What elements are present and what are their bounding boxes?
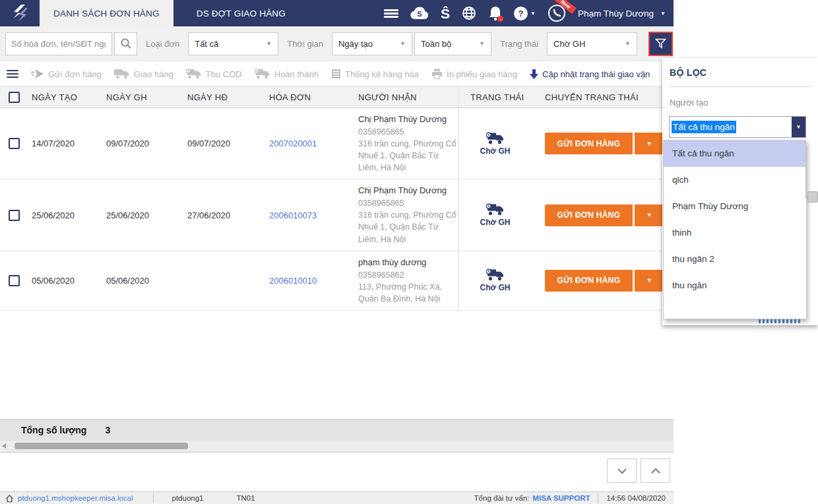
invoice-number-link[interactable]: 2006010010 bbox=[269, 276, 317, 286]
header-invoice-date[interactable]: NGÀY HĐ bbox=[182, 92, 264, 102]
dropdown-border-fragment bbox=[805, 140, 806, 199]
cloud-sync-icon[interactable]: S bbox=[410, 3, 429, 23]
send-order-dropdown-button[interactable]: ▼ bbox=[635, 133, 664, 154]
support-link[interactable]: MISA SUPPORT bbox=[532, 494, 590, 502]
dropdown-option[interactable]: thu ngân 2 bbox=[664, 246, 806, 272]
receiver-phone: 0358965865 bbox=[358, 197, 458, 209]
dropdown-option[interactable]: thinh bbox=[664, 220, 806, 246]
toolbar-menu-icon[interactable] bbox=[7, 68, 18, 80]
scroll-down-button[interactable] bbox=[607, 458, 637, 483]
send-order-dropdown-button[interactable]: ▼ bbox=[635, 270, 664, 292]
status-select[interactable]: Chờ GH ▼ bbox=[547, 32, 637, 55]
notification-bell-icon[interactable] bbox=[488, 3, 503, 23]
eshop-icon[interactable]: Ŝ bbox=[441, 3, 450, 23]
status-badge: Chờ GH bbox=[480, 146, 511, 156]
search-button[interactable] bbox=[114, 32, 137, 55]
list-table-icon bbox=[331, 69, 341, 79]
print-delivery-slip-button[interactable]: In phiếu giao hàng bbox=[431, 69, 517, 79]
print-delivery-slip-label: In phiếu giao hàng bbox=[447, 69, 517, 79]
table-row[interactable]: 25/06/2020 25/06/2020 27/06/2020 2006010… bbox=[0, 179, 674, 251]
collect-cod-button[interactable]: $ Thu COD bbox=[186, 69, 242, 79]
footer-divider bbox=[153, 493, 154, 503]
scroll-up-button[interactable] bbox=[641, 458, 670, 483]
search-input[interactable] bbox=[5, 32, 112, 55]
combobox-dropdown-button[interactable]: ▼ bbox=[792, 117, 805, 137]
panel-divider bbox=[669, 86, 811, 87]
send-order-row-button[interactable]: GỬI ĐƠN HÀNG bbox=[545, 270, 633, 292]
footer-username: ptduong1 bbox=[172, 494, 204, 502]
product-stats-button[interactable]: Thống kê hàng hóa bbox=[331, 69, 419, 79]
action-cell: GỬI ĐƠN HÀNG ▼ bbox=[532, 133, 674, 154]
header-delivery-date[interactable]: NGÀY GH bbox=[101, 92, 182, 102]
header-status[interactable]: TRẠNG THÁI bbox=[458, 86, 532, 108]
dropdown-option[interactable]: qlch bbox=[664, 167, 806, 193]
table-row[interactable]: 14/07/2020 09/07/2020 09/07/2020 2007020… bbox=[0, 108, 674, 179]
chevron-down-icon bbox=[615, 465, 629, 477]
help-menu[interactable]: ? ▼ bbox=[514, 3, 536, 23]
tab-ds-dot-giao-hang[interactable]: DS ĐỢT GIAO HÀNG bbox=[183, 0, 299, 26]
row-checkbox[interactable] bbox=[9, 138, 20, 149]
dropdown-option[interactable]: Phạm Thùy Dương bbox=[664, 193, 806, 220]
dropdown-scrollbar-thumb[interactable] bbox=[807, 191, 818, 203]
header-transition[interactable]: CHUYỂN TRẠNG THÁI bbox=[532, 92, 674, 102]
horizontal-scrollbar[interactable] bbox=[0, 441, 674, 451]
truck-waiting-icon bbox=[486, 132, 505, 144]
deliver-label: Giao hàng bbox=[134, 69, 173, 79]
time-range-select[interactable]: Toàn bộ ▼ bbox=[414, 32, 491, 55]
send-order-row-button[interactable]: GỬI ĐƠN HÀNG bbox=[545, 205, 633, 226]
notification-dot bbox=[497, 16, 503, 22]
total-count-label: Tổng số lượng bbox=[21, 425, 86, 435]
globe-icon[interactable] bbox=[461, 3, 477, 23]
invoice-date: 09/07/2020 bbox=[182, 139, 264, 148]
select-all-checkbox[interactable] bbox=[9, 92, 20, 103]
send-order-row-button[interactable]: GỬI ĐƠN HÀNG bbox=[545, 133, 633, 154]
chevron-down-icon: ▼ bbox=[266, 40, 272, 47]
scroll-left-arrow-icon[interactable] bbox=[2, 443, 6, 449]
header-receiver[interactable]: NGƯỜI NHẬN bbox=[353, 92, 458, 102]
action-toolbar: Gửi đơn hàng Giao hàng $ Thu COD bbox=[0, 62, 674, 86]
invoice-number-link[interactable]: 2006010073 bbox=[269, 210, 317, 220]
delivery-date: 05/06/2020 bbox=[101, 276, 182, 286]
receiver-info: Chị Phạm Thùy Dương 0358965865 316 trần … bbox=[353, 179, 458, 250]
update-shipping-status-button[interactable]: Cập nhật trạng thái giao vận bbox=[530, 69, 650, 79]
truck-check-icon bbox=[255, 69, 270, 79]
footer-counter-code: TN01 bbox=[237, 494, 255, 502]
action-cell: GỬI ĐƠN HÀNG ▼ bbox=[532, 205, 674, 226]
support-phone-icon[interactable]: New bbox=[547, 3, 567, 23]
chevron-down-icon: ▼ bbox=[400, 40, 406, 47]
creator-combobox[interactable]: Tất cả thu ngân ▼ bbox=[669, 116, 806, 138]
send-order-button[interactable]: Gửi đơn hàng bbox=[31, 69, 102, 79]
top-navigation-bar: DANH SÁCH ĐƠN HÀNG DS ĐỢT GIAO HÀNG S Ŝ bbox=[0, 0, 674, 26]
site-url-link[interactable]: ptduong1.mshopkeeper.misa.local bbox=[18, 494, 133, 502]
order-type-select[interactable]: Tất cả ▼ bbox=[188, 32, 278, 55]
support-label: Tổng đài tư vấn: bbox=[474, 494, 530, 502]
deliver-button[interactable]: Giao hàng bbox=[114, 69, 173, 79]
truck-waiting-icon bbox=[486, 203, 505, 216]
action-cell: GỬI ĐƠN HÀNG ▼ bbox=[532, 270, 674, 292]
chevron-down-icon: ▼ bbox=[530, 11, 536, 16]
send-order-dropdown-button[interactable]: ▼ bbox=[635, 205, 664, 226]
send-order-label: Gửi đơn hàng bbox=[48, 69, 102, 79]
invoice-number-link[interactable]: 2007020001 bbox=[269, 139, 317, 148]
menu-icon[interactable] bbox=[384, 3, 398, 23]
time-type-value: Ngày tạo bbox=[338, 39, 373, 49]
receiver-address: 113, Phường Phúc Xá, Quận Ba Đình, Hà Nộ… bbox=[358, 281, 458, 305]
table-row[interactable]: 05/06/2020 05/06/2020 2006010010 phạm th… bbox=[0, 251, 674, 311]
dropdown-option[interactable]: thu ngân bbox=[664, 272, 806, 299]
complete-button[interactable]: Hoàn thành bbox=[255, 69, 319, 79]
receiver-name: Chị Phạm Thùy Dương bbox=[358, 113, 458, 126]
filter-panel-button[interactable] bbox=[648, 32, 673, 56]
app-logo[interactable] bbox=[0, 0, 40, 26]
summary-bar: Tổng số lượng 3 bbox=[0, 419, 674, 453]
time-type-select[interactable]: Ngày tạo ▼ bbox=[332, 32, 412, 55]
row-checkbox[interactable] bbox=[9, 275, 20, 286]
dropdown-option[interactable]: Tất cả thu ngân bbox=[664, 141, 806, 167]
tab-danh-sach-don-hang[interactable]: DANH SÁCH ĐƠN HÀNG bbox=[40, 0, 173, 26]
header-invoice[interactable]: HÓA ĐƠN bbox=[264, 92, 353, 102]
row-checkbox[interactable] bbox=[9, 210, 20, 221]
header-created[interactable]: NGÀY TẠO bbox=[26, 92, 101, 102]
creator-combobox-value: Tất cả thu ngân bbox=[672, 121, 736, 133]
scrollbar-thumb[interactable] bbox=[15, 443, 188, 449]
status-badge: Chờ GH bbox=[480, 218, 511, 227]
user-menu[interactable]: Phạm Thùy Dương ▼ bbox=[578, 3, 666, 23]
